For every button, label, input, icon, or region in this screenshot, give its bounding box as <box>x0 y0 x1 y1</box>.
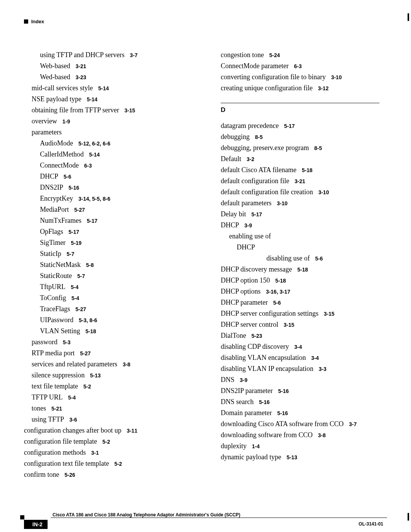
index-entry: DHCP server control3-15 <box>221 321 387 328</box>
index-term: DHCP server configuration settings <box>221 310 319 317</box>
index-page-ref: 3-15 <box>324 311 335 317</box>
index-term: Delay bit <box>221 210 246 218</box>
index-entry: DHCP option 1505-18 <box>221 277 387 284</box>
footer-rule <box>51 518 387 518</box>
index-page-ref: 3-4 <box>311 355 319 361</box>
index-term: DNS <box>221 376 234 383</box>
index-page-ref: 5-14 <box>89 152 100 158</box>
index-page-ref: 5-16 <box>278 388 289 394</box>
index-page-ref: 5-13 <box>287 454 297 460</box>
index-term: confirm tone <box>24 471 59 478</box>
index-term: downloading Cisco ATA software from CCO <box>221 420 344 428</box>
index-entry: Domain parameter5-16 <box>221 409 387 416</box>
index-page-ref: 5-27 <box>74 207 85 213</box>
index-entry: using TFTP3-6 <box>32 416 198 423</box>
index-entry: DHCP options3-16, 3-17 <box>221 288 387 295</box>
index-page-ref: 5-17 <box>284 123 295 129</box>
index-page-ref: 3-4 <box>294 344 302 350</box>
index-entry: password5-3 <box>32 339 198 345</box>
index-term: DHCP option 150 <box>221 276 270 284</box>
index-page-ref: 3-16, 3-17 <box>266 289 290 295</box>
index-page-ref: 5-17 <box>251 211 262 217</box>
index-page-ref: 5-13 <box>90 372 100 379</box>
index-term: creating unique configuration file <box>221 84 312 92</box>
index-page-ref: 3-14, 5-5, 8-6 <box>78 196 110 202</box>
index-entry: configuration methods3-1 <box>24 449 198 456</box>
index-term: SigTimer <box>40 239 65 246</box>
index-page-ref: 5-7 <box>77 273 85 279</box>
index-term: overview <box>32 117 57 125</box>
index-term: DHCP <box>237 243 255 251</box>
index-page-ref: 3-21 <box>76 63 86 69</box>
index-entry: creating unique configuration file3-12 <box>221 85 387 91</box>
index-entry: Wed-based3-23 <box>40 73 198 80</box>
index-page-ref: 5-8 <box>86 262 94 268</box>
index-term: DHCP parameter <box>221 299 268 306</box>
index-term: silence suppression <box>32 371 84 379</box>
index-term: TftpURL <box>40 283 65 291</box>
index-entry: NSE payload type5-14 <box>32 96 198 102</box>
index-entry: Delay bit5-17 <box>221 211 387 217</box>
index-page-ref: 5-16 <box>277 410 288 416</box>
right-column: congestion tone5-24ConnectMode parameter… <box>213 51 387 494</box>
index-page-ref: 6-3 <box>84 163 92 169</box>
index-page-ref: 5-26 <box>64 472 75 478</box>
index-page-ref: 5-3 <box>63 339 70 345</box>
index-entry: UIPassword5-3, 8-6 <box>40 316 198 323</box>
index-term: default configuration file <box>221 177 289 185</box>
index-term: dynamic payload type <box>221 453 281 461</box>
index-term: StaticIp <box>40 250 61 257</box>
index-page-ref: 3-8 <box>318 432 325 438</box>
index-page-ref: 3-15 <box>284 322 294 328</box>
index-entry: StaticRoute5-7 <box>40 272 198 279</box>
index-entry: DHCP <box>237 244 387 251</box>
index-term: ConnectMode <box>40 161 79 169</box>
index-page-ref: 3-10 <box>331 74 342 80</box>
index-entry: DHCP parameter5-6 <box>221 299 387 306</box>
index-entry: MediaPort5-27 <box>40 206 198 213</box>
index-entry: tones5-21 <box>32 405 198 412</box>
index-entry: VLAN Setting5-18 <box>40 328 198 334</box>
index-term: TFTP URL <box>32 393 63 401</box>
index-entry: duplexity1-4 <box>221 443 387 449</box>
index-entry: DNS3-9 <box>221 376 387 383</box>
index-entry: TftpURL5-4 <box>40 283 198 290</box>
index-term: Web-based <box>40 62 70 70</box>
index-term: converting configuration file to binary <box>221 73 326 81</box>
index-entry: RTP media port5-27 <box>32 350 198 356</box>
index-term: enabling use of <box>229 232 271 240</box>
index-term: StaticRoute <box>40 272 72 280</box>
index-entry: congestion tone5-24 <box>221 51 387 58</box>
index-page-ref: 5-21 <box>51 406 62 412</box>
index-term: configuration methods <box>24 449 86 456</box>
index-page-ref: 5-2 <box>83 383 91 390</box>
index-entry: ToConfig5-4 <box>40 294 198 301</box>
index-entry: dynamic payload type5-13 <box>221 454 387 460</box>
index-page-ref: 5-18 <box>297 267 308 273</box>
index-term: configuration changes after boot up <box>24 427 121 434</box>
index-entry: converting configuration file to binary3… <box>221 73 387 80</box>
index-page-ref: 5-4 <box>72 295 79 301</box>
index-page-ref: 5-6 <box>273 300 281 306</box>
index-page-ref: 5-17 <box>68 229 79 235</box>
footer-square-icon <box>20 515 24 519</box>
index-page-ref: 3-12 <box>318 85 328 91</box>
page-number-tab: IN-2 <box>24 520 48 529</box>
index-entry: configuration changes after boot up3-11 <box>24 427 198 434</box>
index-term: configuration text file template <box>24 460 109 467</box>
index-entry: StaticNetMask5-8 <box>40 261 198 268</box>
index-page-ref: 3-8 <box>123 361 130 367</box>
index-term: DialTone <box>221 332 246 339</box>
index-term: debugging <box>221 133 250 141</box>
index-entry: parameters <box>32 129 198 136</box>
index-term: OpFlags <box>40 228 63 235</box>
index-page-ref: 5-6 <box>315 256 323 262</box>
index-entry: DHCP5-6 <box>40 173 198 180</box>
index-page-ref: 5-18 <box>302 167 312 173</box>
index-entry: confirm tone5-26 <box>24 471 198 478</box>
index-term: debugging, preserv.exe program <box>221 144 309 152</box>
index-term: VLAN Setting <box>40 327 80 335</box>
index-page-ref: 5-19 <box>71 240 81 246</box>
index-entry: Default3-2 <box>221 155 387 162</box>
index-term: default configuration file creation <box>221 188 313 196</box>
